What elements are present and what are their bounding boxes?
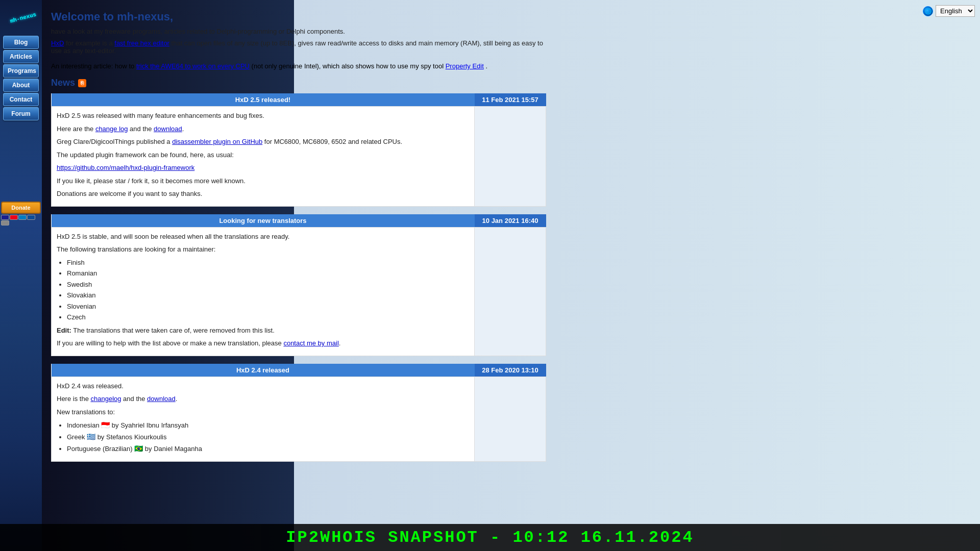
nav-blog[interactable]: Blog xyxy=(3,36,39,49)
trans-p2: The following translations are looking f… xyxy=(57,244,469,255)
hxd24-p2: Here is the changelog and the download. xyxy=(57,394,469,404)
trans-slovenian: Slovenian xyxy=(67,302,469,312)
interesting-label: An interesting article: how to xyxy=(51,62,136,70)
trans-indonesian: Indonesian 🇮🇩 by Syahriel Ibnu Irfansyah xyxy=(67,420,469,431)
logo-text: mh-nexus xyxy=(9,11,37,24)
indonesian-by: by Syahriel Ibnu Irfansyah xyxy=(112,421,188,429)
other-card-icon xyxy=(1,220,9,226)
trick-awe64-link[interactable]: trick the AWE64 to work on every CPU xyxy=(136,62,250,70)
nav-about[interactable]: About xyxy=(3,79,39,92)
news-body-row-3: HxD 2.4 was released. Here is the change… xyxy=(52,377,546,462)
hxd25-plugin-url: https://github.com/maelh/hxd-plugin-fram… xyxy=(57,163,469,173)
news-content-3: HxD 2.4 was released. Here is the change… xyxy=(52,377,475,462)
period: . xyxy=(485,62,487,70)
hxd25-p6: Donations are welcome if you want to say… xyxy=(57,189,469,199)
hxd25-p5: If you like it, please star / fork it, s… xyxy=(57,176,469,186)
hxd25-p4: The updated plugin framework can be foun… xyxy=(57,150,469,160)
new-translations-list: Indonesian 🇮🇩 by Syahriel Ibnu Irfansyah… xyxy=(67,420,469,454)
hxd-description: HxD for example is a fast free hex edito… xyxy=(51,39,546,55)
news-table-hxd25: HxD 2.5 released! 11 Feb 2021 15:57 HxD … xyxy=(51,93,546,207)
news-title-cell-3: HxD 2.4 released xyxy=(52,364,475,377)
main-navigation: Blog Articles Programs About Contact For… xyxy=(0,36,42,120)
page-title: Welcome to mh-nexus, xyxy=(51,10,546,23)
site-logo: mh-nexus xyxy=(3,3,43,33)
mastercard-icon xyxy=(10,215,18,220)
download-link-1[interactable]: download xyxy=(154,125,182,133)
visa-icon xyxy=(1,215,9,220)
news-content-area-1: HxD 2.5 was released with many feature e… xyxy=(57,111,469,199)
news-title-cell-2: Looking for new translators xyxy=(52,214,475,228)
trans-slovakian: Slovakian xyxy=(67,290,469,300)
news-date-cell-1: 11 Feb 2021 15:57 xyxy=(475,93,546,107)
trick-desc: (not only genuine Intel), which also sho… xyxy=(252,62,446,70)
brazilian-flag: 🇧🇷 xyxy=(134,444,143,453)
language-selector-area: 🌐 English German French xyxy=(923,5,975,17)
indonesian-lang: Indonesian xyxy=(67,421,101,429)
edit-note-text: The translations that were taken care of… xyxy=(73,327,275,334)
trans-portuguese: Portuguese (Brazilian) 🇧🇷 by Daniel Maga… xyxy=(67,443,469,454)
trans-finish: Finish xyxy=(67,258,469,268)
contact-mail-link[interactable]: contact me by mail xyxy=(283,339,338,347)
donate-area: Donate xyxy=(1,202,42,226)
trans-czech: Czech xyxy=(67,312,469,322)
hxd24-p1: HxD 2.4 was released. xyxy=(57,381,469,391)
news-content-area-3: HxD 2.4 was released. Here is the change… xyxy=(57,381,469,455)
news-date-side-3 xyxy=(475,377,546,462)
news-body-row-2: HxD 2.5 is stable, and will soon be rele… xyxy=(52,227,546,356)
trans-romanian: Romanian xyxy=(67,268,469,279)
changelog-link-24[interactable]: changelog xyxy=(90,395,121,403)
rss-icon[interactable]: ⎘ xyxy=(78,79,86,87)
indonesian-flag: 🇮🇩 xyxy=(101,421,110,429)
hxd25-p2: Here are the change log and the download… xyxy=(57,124,469,134)
portuguese-lang: Portuguese (Brazilian) xyxy=(67,445,134,453)
news-date-cell-2: 10 Jan 2021 16:40 xyxy=(475,214,546,228)
news-content-2: HxD 2.5 is stable, and will soon be rele… xyxy=(52,227,475,356)
nav-forum[interactable]: Forum xyxy=(3,107,39,120)
payment-cards xyxy=(1,215,41,226)
news-header-row-1: HxD 2.5 released! 11 Feb 2021 15:57 xyxy=(52,93,546,107)
main-content: Welcome to mh-nexus, have a look at my f… xyxy=(46,0,556,480)
greek-lang: Greek xyxy=(67,433,87,441)
amex-icon xyxy=(18,215,27,220)
portuguese-by: by Daniel Maganha xyxy=(145,445,202,453)
hxd25-p1: HxD 2.5 was released with many feature e… xyxy=(57,111,469,121)
news-table-translators: Looking for new translators 10 Jan 2021 … xyxy=(51,214,546,356)
news-date-side-2 xyxy=(475,227,546,356)
trans-p1: HxD 2.5 is stable, and will soon be rele… xyxy=(57,232,469,242)
snapshot-text: IP2WHOIS SNAPSHOT - 10:12 16.11.2024 xyxy=(286,528,694,547)
globe-icon: 🌐 xyxy=(923,6,933,16)
trans-swedish: Swedish xyxy=(67,280,469,290)
greek-by: by Stefanos Kiourkoulis xyxy=(97,433,167,441)
news-content-area-2: HxD 2.5 is stable, and will soon be rele… xyxy=(57,232,469,348)
nav-contact[interactable]: Contact xyxy=(3,93,39,106)
translations-list: Finish Romanian Swedish Slovakian Sloven… xyxy=(67,258,469,322)
nav-articles[interactable]: Articles xyxy=(3,50,39,63)
news-header: News ⎘ xyxy=(51,78,546,88)
change-log-link[interactable]: change log xyxy=(95,125,128,133)
news-body-row-1: HxD 2.5 was released with many feature e… xyxy=(52,107,546,207)
trans-edit-note: Edit: The translations that were taken c… xyxy=(57,325,469,336)
edit-label: Edit: xyxy=(57,327,71,334)
donate-button[interactable]: Donate xyxy=(1,202,41,214)
hxd25-p3: Greg Clare/DigicoolThings published a di… xyxy=(57,137,469,147)
plugin-framework-link[interactable]: https://github.com/maelh/hxd-plugin-fram… xyxy=(57,164,194,171)
hxd-link[interactable]: HxD xyxy=(51,39,64,47)
download-link-24[interactable]: download xyxy=(147,395,176,403)
language-select[interactable]: English German French xyxy=(936,5,975,17)
greek-flag: 🇬🇷 xyxy=(87,433,95,441)
disassembler-plugin-link[interactable]: disassembler plugin on GitHub xyxy=(172,138,262,145)
trans-contact-note: If you are willing to help with the list… xyxy=(57,338,469,348)
fast-hex-editor-link[interactable]: fast free hex editor xyxy=(114,39,169,47)
news-title: News xyxy=(51,78,75,88)
news-date-cell-3: 28 Feb 2020 13:10 xyxy=(475,364,546,377)
interesting-article: An interesting article: how to trick the… xyxy=(51,62,546,70)
news-content-1: HxD 2.5 was released with many feature e… xyxy=(52,107,475,207)
hxd-desc1: for example is a xyxy=(66,39,114,47)
news-date-side-1 xyxy=(475,107,546,207)
hxd24-translations-title: New translations to: xyxy=(57,407,469,417)
news-header-row-2: Looking for new translators 10 Jan 2021 … xyxy=(52,214,546,228)
news-header-row-3: HxD 2.4 released 28 Feb 2020 13:10 xyxy=(52,364,546,377)
trans-greek: Greek 🇬🇷 by Stefanos Kiourkoulis xyxy=(67,432,469,442)
property-edit-link[interactable]: Property Edit xyxy=(446,62,484,70)
nav-programs[interactable]: Programs xyxy=(3,64,39,78)
